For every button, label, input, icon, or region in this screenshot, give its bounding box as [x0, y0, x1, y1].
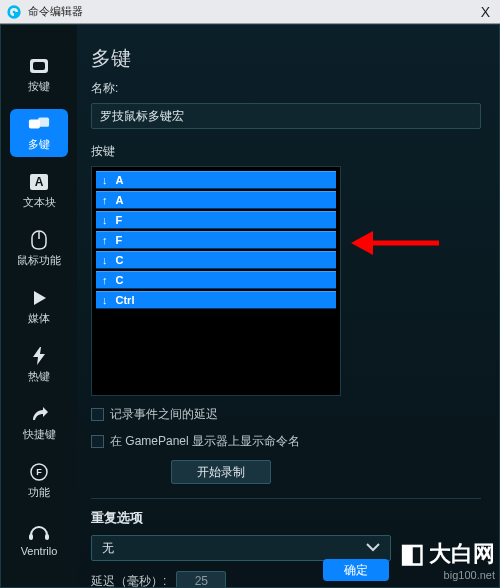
- confirm-button[interactable]: 确定: [323, 559, 389, 581]
- key-label: A: [116, 174, 124, 186]
- arrow-down-icon: ↓: [102, 174, 108, 186]
- key-label: Ctrl: [116, 294, 135, 306]
- arrow-down-icon: ↓: [102, 254, 108, 266]
- sidebar: 按键 多键 A 文本块 鼠标功能 媒体: [1, 25, 77, 587]
- play-icon: [28, 288, 50, 308]
- sidebar-label: 多键: [28, 137, 50, 152]
- window-body: 按键 多键 A 文本块 鼠标功能 媒体: [0, 24, 500, 588]
- sidebar-item-mouse[interactable]: 鼠标功能: [10, 225, 68, 273]
- sidebar-label: 鼠标功能: [17, 253, 61, 268]
- svg-rect-9: [29, 534, 33, 540]
- multikey-icon: [28, 114, 50, 134]
- key-row[interactable]: ↑C: [96, 271, 336, 289]
- repeat-select-value: 无: [102, 540, 114, 557]
- watermark: ◧ 大白网 big100.net: [400, 538, 495, 581]
- sidebar-label: 功能: [28, 485, 50, 500]
- sidebar-label: 媒体: [28, 311, 50, 326]
- keys-label: 按键: [91, 143, 481, 160]
- shortcut-arrow-icon: [28, 404, 50, 424]
- key-row[interactable]: ↓F: [96, 211, 336, 229]
- name-label: 名称:: [91, 80, 481, 97]
- delay-input[interactable]: [176, 571, 226, 587]
- sidebar-item-multikey[interactable]: 多键: [10, 109, 68, 157]
- record-delay-row[interactable]: 记录事件之间的延迟: [91, 406, 481, 423]
- svg-rect-3: [38, 118, 49, 127]
- sidebar-label: 按键: [28, 79, 50, 94]
- svg-rect-10: [45, 534, 49, 540]
- divider: [91, 498, 481, 499]
- page-title: 多键: [91, 45, 481, 72]
- arrow-up-icon: ↑: [102, 194, 108, 206]
- svg-text:F: F: [36, 467, 42, 477]
- sidebar-label: Ventrilo: [21, 545, 58, 557]
- sidebar-item-text[interactable]: A 文本块: [10, 167, 68, 215]
- textblock-icon: A: [28, 172, 50, 192]
- checkbox-icon[interactable]: [91, 435, 104, 448]
- sidebar-item-hotkey[interactable]: 热键: [10, 341, 68, 389]
- checkbox-icon[interactable]: [91, 408, 104, 421]
- svg-rect-1: [33, 62, 45, 70]
- key-row[interactable]: ↓C: [96, 251, 336, 269]
- close-button[interactable]: X: [477, 4, 494, 20]
- watermark-brand: 大白网: [429, 539, 495, 569]
- sidebar-item-ventrilo[interactable]: Ventrilo: [10, 515, 68, 563]
- keys-listbox[interactable]: ↓A ↑A ↓F ↑F ↓C ↑C ↓Ctrl: [91, 166, 341, 396]
- main-content: 多键 名称: 按键 ↓A ↑A ↓F ↑F ↓C ↑C ↓Ctrl 记录事件之间…: [77, 25, 499, 587]
- key-label: C: [116, 274, 124, 286]
- gamepanel-row[interactable]: 在 GamePanel 显示器上显示命令名: [91, 433, 481, 450]
- logitech-g-logo: [6, 4, 22, 20]
- svg-text:A: A: [35, 175, 44, 189]
- headset-icon: [28, 522, 50, 542]
- arrow-down-icon: ↓: [102, 214, 108, 226]
- name-input[interactable]: [91, 103, 481, 129]
- sidebar-label: 文本块: [23, 195, 56, 210]
- arrow-up-icon: ↑: [102, 274, 108, 286]
- key-row[interactable]: ↑A: [96, 191, 336, 209]
- sidebar-item-function[interactable]: F 功能: [10, 457, 68, 505]
- key-label: F: [116, 214, 123, 226]
- sidebar-label: 热键: [28, 369, 50, 384]
- key-label: C: [116, 254, 124, 266]
- sidebar-item-shortcut[interactable]: 快捷键: [10, 399, 68, 447]
- chevron-down-icon: [366, 541, 380, 555]
- watermark-logo-icon: ◧: [400, 538, 425, 569]
- window-title: 命令编辑器: [28, 4, 477, 19]
- delay-label: 延迟（毫秒）:: [91, 573, 166, 588]
- key-row[interactable]: ↓A: [96, 171, 336, 189]
- key-label: A: [116, 194, 124, 206]
- key-label: F: [116, 234, 123, 246]
- lightning-icon: [28, 346, 50, 366]
- sidebar-item-keys[interactable]: 按键: [10, 51, 68, 99]
- start-record-button[interactable]: 开始录制: [171, 460, 271, 484]
- key-row[interactable]: ↓Ctrl: [96, 291, 336, 309]
- repeat-heading: 重复选项: [91, 509, 481, 527]
- sidebar-label: 快捷键: [23, 427, 56, 442]
- gear-icon: F: [28, 462, 50, 482]
- key-row[interactable]: ↑F: [96, 231, 336, 249]
- arrow-up-icon: ↑: [102, 234, 108, 246]
- gamepanel-label: 在 GamePanel 显示器上显示命令名: [110, 433, 300, 450]
- watermark-url: big100.net: [400, 569, 495, 581]
- mouse-icon: [28, 230, 50, 250]
- keycap-icon: [28, 56, 50, 76]
- record-delay-label: 记录事件之间的延迟: [110, 406, 218, 423]
- titlebar: 命令编辑器 X: [0, 0, 500, 24]
- arrow-down-icon: ↓: [102, 294, 108, 306]
- repeat-select[interactable]: 无: [91, 535, 391, 561]
- sidebar-item-media[interactable]: 媒体: [10, 283, 68, 331]
